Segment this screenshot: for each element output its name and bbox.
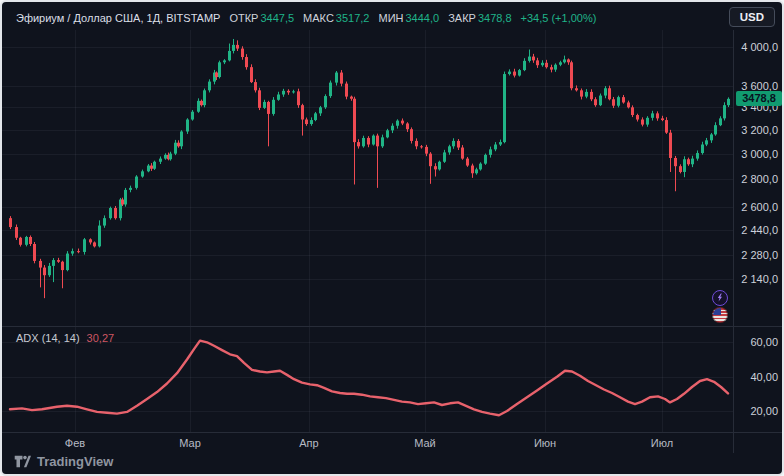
candle <box>329 83 332 96</box>
candle <box>57 260 60 262</box>
candle <box>254 82 257 90</box>
candle <box>186 120 189 132</box>
candle <box>263 102 266 108</box>
candle <box>563 59 566 62</box>
candle <box>362 138 365 146</box>
candle <box>714 125 717 134</box>
candle <box>109 208 112 218</box>
candle <box>236 45 239 49</box>
candle <box>599 96 602 106</box>
candle <box>15 227 18 238</box>
candle <box>674 158 677 166</box>
candle <box>452 141 455 146</box>
candle <box>443 152 446 161</box>
candle <box>25 237 28 245</box>
candle <box>232 45 235 51</box>
candle <box>461 148 464 159</box>
tradingview-brand-text: TradingView <box>37 454 113 469</box>
candle <box>570 62 573 88</box>
candle <box>585 92 588 97</box>
price-scale[interactable]: 3478,8 4 000,03 600,03 400,03 200,03 000… <box>734 30 784 433</box>
time-tick-label: Фев <box>53 437 97 449</box>
candle <box>223 60 226 62</box>
candle <box>153 162 156 169</box>
candle <box>297 91 300 105</box>
candle <box>180 132 183 147</box>
price-tick-label: 2 600,0 <box>741 201 778 213</box>
candle <box>723 105 726 118</box>
candle <box>719 118 722 125</box>
candle <box>203 90 206 105</box>
candle <box>93 242 96 246</box>
candle <box>471 166 474 174</box>
time-tick-label: Июн <box>523 437 567 449</box>
candle <box>594 99 597 105</box>
candle <box>705 140 708 144</box>
candle <box>641 120 644 125</box>
candle <box>466 159 469 166</box>
candle <box>550 67 553 69</box>
candle <box>532 57 535 61</box>
candle <box>665 120 668 133</box>
candle <box>396 121 399 126</box>
candle <box>710 134 713 140</box>
candle <box>114 208 117 218</box>
candle <box>518 70 521 75</box>
candle <box>372 136 375 145</box>
candle <box>258 90 261 108</box>
candle <box>77 251 80 252</box>
candle <box>391 126 394 131</box>
candle <box>357 142 360 146</box>
candle <box>559 62 562 64</box>
candle <box>301 105 304 119</box>
candle <box>197 101 200 112</box>
candle <box>683 159 686 172</box>
candle <box>310 120 313 124</box>
candle <box>129 188 132 190</box>
candle <box>191 112 194 120</box>
candle <box>71 251 74 253</box>
candle <box>727 99 730 105</box>
time-tick-label: Май <box>403 437 447 449</box>
candle <box>282 91 285 95</box>
time-tick-label: Мар <box>168 437 212 449</box>
candle <box>367 138 370 145</box>
candle <box>612 99 615 105</box>
candle <box>617 97 620 106</box>
candle <box>528 57 531 61</box>
candle <box>241 49 244 57</box>
candle <box>350 97 353 99</box>
candle <box>215 73 218 77</box>
adx-label: ADX (14, 14) <box>16 332 80 344</box>
candle <box>43 268 46 276</box>
candle <box>438 162 441 170</box>
candle <box>420 146 423 147</box>
chart-canvas[interactable] <box>2 2 784 476</box>
candle <box>590 92 593 99</box>
candle <box>121 200 124 205</box>
candle <box>696 153 699 159</box>
candle <box>376 136 379 147</box>
candle <box>52 260 55 266</box>
candle <box>200 101 203 105</box>
candle <box>545 63 548 67</box>
candle <box>503 74 506 142</box>
candle <box>651 113 654 117</box>
candle <box>636 115 639 119</box>
candle <box>150 166 153 169</box>
price-tick-label: 2 800,0 <box>741 173 778 185</box>
candle <box>489 149 492 155</box>
indicator-tick-label: 40,00 <box>750 371 778 383</box>
candle <box>669 133 672 158</box>
candle <box>434 166 437 169</box>
candle <box>164 155 167 159</box>
adx-indicator-legend[interactable]: ADX (14, 14) 30,27 <box>16 332 114 344</box>
tradingview-attribution-link[interactable]: TradingView <box>14 454 113 469</box>
candle <box>425 147 428 154</box>
candle <box>494 145 497 150</box>
candle <box>33 244 36 261</box>
candle <box>19 238 22 245</box>
candle <box>147 166 150 172</box>
candle <box>48 266 51 275</box>
candle <box>661 118 664 120</box>
